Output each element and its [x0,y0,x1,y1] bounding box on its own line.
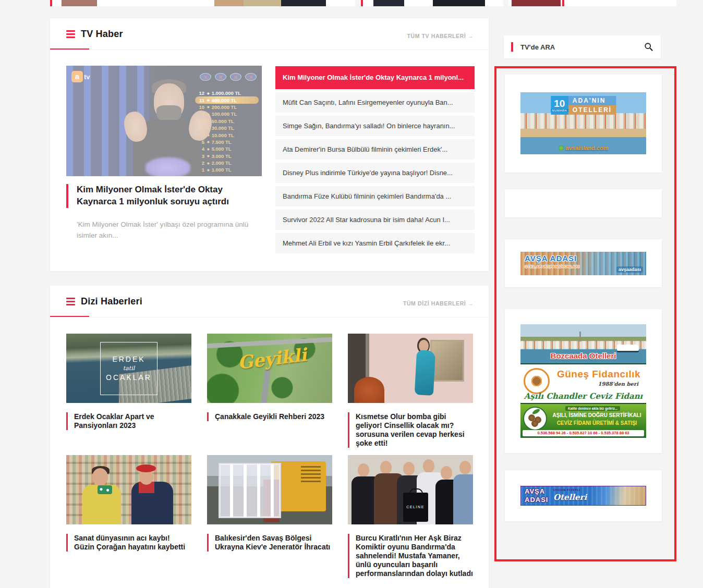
tv-search-box[interactable]: TV'de ARA [504,35,661,58]
tv-list-item-title: Mehmet Ali Erbil ve kızı Yasmin Erbil Ça… [283,239,450,247]
dizi-article-title[interactable]: Balıkesir'den Savaş Bölgesi Ukrayna Kiev… [207,534,332,552]
ziraat-fidancilik-ad[interactable]: Kalite denince akla biz geliriz... AŞILI… [520,404,646,438]
tv-list-item-title: Müfit Can Saçıntı, Lafını Esirgemeyenler… [283,99,453,106]
featured-article-title[interactable]: Kim Milyoner Olmak İster'de Oktay Kaynar… [66,184,263,208]
person-figure [423,459,434,473]
dizi-article-card: GeyikliÇanakkale Geyikli Rehberi 2023 [207,334,332,421]
dizi-article-title[interactable]: Sanat dünyasının acı kaybı! Güzin Çorağa… [66,534,191,552]
gunes-fidancilik-ad[interactable]: Güneş Fidancılık 1988'den beri Aşılı Cha… [520,363,646,404]
dizi-article-image[interactable] [66,455,191,524]
person-figure [453,474,473,524]
person-figure [441,466,452,480]
dizi-article-card: ERDEKtatilOCAKLAR Erdek Ocaklar Apart ve… [66,334,191,430]
tv-list-item[interactable]: Survivor 2022 All Star kadrosuna bir isi… [275,210,475,230]
ad-title: Bozcaada Otelleri [551,351,616,360]
ad-subtitle: OTEL,APART,PANSİYONLARI [525,264,579,269]
person-figure [380,461,392,474]
avsa-otelleri-ad[interactable]: AVŞAADASI UYGUN FİYATLI Otelleri [520,486,646,506]
ad-tag: UYGUN FİYATLI [553,488,580,492]
celine-bag-art: CELINE [403,493,428,522]
tv-list-item[interactable]: Simge Sağın, Bandırma'yı salladı! On bin… [275,116,475,136]
sun-icon [530,375,543,387]
dizi-article-image[interactable]: Geyikli [207,334,332,403]
tv-list-item[interactable]: Mehmet Ali Erbil ve kızı Yasmin Erbil Ça… [275,233,475,253]
dizi-article-title[interactable]: Burcu Kıratlı'nın Her Aşk Biraz Komiktir… [348,534,473,578]
minaret-art [579,332,581,342]
top-strip-thumbnail [62,0,97,6]
featured-article-excerpt: 'Kim Milyoner Olmak İster' yılbaşı özel … [77,219,264,241]
dizi-article-image[interactable]: ERDEKtatilOCAKLAR [66,334,191,403]
tv-section-title: TV Haber [81,29,123,40]
ad-subtitle: Aşılı Chandler Ceviz Fidanı [520,391,646,401]
dizi-article-card: Sanat dünyasının acı kaybı! Güzin Çorağa… [66,455,191,552]
top-strip-thumbnail [244,0,281,6]
palm-icon [559,145,564,151]
sidebar-empty-card [505,189,662,217]
avsaisland-ad[interactable]: 10NUMARA ADA'NIN OTELLERİ avsaisland.com [520,92,646,154]
ad-phone-numbers: 0.536.568 94 26 - 0.535.627 10 66 - 0.53… [523,430,644,436]
geyikli-script-text: Geyikli [236,344,308,373]
dizi-article-title[interactable]: Erdek Ocaklar Apart ve Pansiyonları 2023 [66,412,191,430]
ad-line1: ADA'NIN [568,96,616,105]
featured-article-image[interactable]: a tv 121.000.000 TL11400.000 TL10200.000… [66,66,262,176]
ad-number: 10 [551,99,568,108]
search-accent-bar [511,42,513,52]
dizi-article-card: CELINEBurcu Kıratlı'nın Her Aşk Biraz Ko… [348,455,473,578]
walnut-icon [531,420,538,427]
bozcaada-otelleri-ad[interactable]: Bozcaada Otelleri [520,324,646,363]
ad-line1: AŞILI, İSMİNE DOĞRU SERTİFİKALI [549,412,645,418]
dizi-article-title[interactable]: Kısmetse Olur bomba gibi geliyor! Cinsel… [348,412,473,448]
search-icon[interactable] [644,42,653,52]
tv-list-item[interactable]: Bandırma Füze Kulübü filminin çekimleri … [275,186,475,206]
page: TV Haber TÜM TV HABERLERİ → a tv [0,0,703,588]
top-strip-thumbnail [433,0,485,6]
dizi-article-card: Kısmetse Olur bomba gibi geliyor! Cinsel… [348,334,473,448]
ad-since: 1988'den beri [554,381,644,387]
dizi-article-title[interactable]: Çanakkale Geyikli Rehberi 2023 [207,412,332,421]
ad-title: AVŞAADASI [525,487,548,505]
tv-list-item[interactable]: Kim Milyoner Olmak İster'de Oktay Kaynar… [275,66,475,89]
avsaadasi-logo: avşaadası [616,266,643,273]
tv-list-item-title: Kim Milyoner Olmak İster'de Oktay Kaynar… [283,74,464,81]
tv-list-item[interactable]: Disney Plus indirimle Türkiye'de yayına … [275,163,475,183]
section-divider [50,50,489,50]
tv-list-item-title: Simge Sağın, Bandırma'yı salladı! On bin… [283,122,455,130]
tv-section-header: TV Haber [66,29,123,40]
top-strip-accent [50,0,52,6]
dizi-article-image[interactable] [207,455,332,524]
person-figure [358,463,369,477]
dizi-haberleri-section: Dizi Haberleri TÜM DİZİ HABERLERİ → ERDE… [50,286,489,588]
top-strip-accent [562,0,564,6]
dizi-article-grid: ERDEKtatilOCAKLAR Erdek Ocaklar Apart ve… [50,286,489,588]
tv-haber-section: TV Haber TÜM TV HABERLERİ → a tv [50,18,489,271]
ad-title: Güneş Fidancılık [554,369,644,380]
tv-view-all-link[interactable]: TÜM TV HABERLERİ → [407,33,474,39]
ad-line2: CEVİZ FİDANI ÜRETİMİ & SATIŞI [549,420,645,426]
chair-art [354,377,384,403]
teal-dress-art [414,350,435,396]
image-fade-overlay [66,66,262,176]
dizi-article-image[interactable] [348,334,473,403]
generator-vents-art [301,464,321,482]
ad-line2: OTELLERİ [568,105,616,115]
avsa-adasi-banner-ad[interactable]: AVŞA ADASI OTEL,APART,PANSİYONLARI avşaa… [520,252,646,275]
ad-tagline: Kalite denince akla biz geliriz... [565,406,620,411]
tv-list-item[interactable]: Ata Demirer'in Bursa Bülbülü filminin çe… [275,139,475,160]
tv-list-item-title: Survivor 2022 All Star kadrosuna bir isi… [283,216,450,224]
seaside-town-art [520,113,646,129]
avsaisland-ad-badge: 10NUMARA ADA'NIN OTELLERİ [551,96,616,115]
mirror-art [430,340,464,382]
road-art [207,337,332,349]
dizi-article-image[interactable]: CELINE [348,455,473,524]
tv-news-list: Kim Milyoner Olmak İster'de Oktay Kaynar… [275,66,475,256]
top-strip-thumbnail [281,0,326,6]
top-strip-thumbnail [214,0,244,6]
tv-list-item[interactable]: Müfit Can Saçıntı, Lafını Esirgemeyenler… [275,92,475,113]
ad-numara-label: NUMARA [551,109,568,112]
dizi-article-card: Balıkesir'den Savaş Bölgesi Ukrayna Kiev… [207,455,332,552]
section-menu-icon [66,30,75,39]
tv-list-item-title: Ata Demirer'in Bursa Bülbülü filminin çe… [283,145,447,153]
top-strip-accent [361,0,363,6]
erdek-title-frame: ERDEKtatilOCAKLAR [100,342,157,395]
site-url: avsaisland.com [566,145,609,151]
